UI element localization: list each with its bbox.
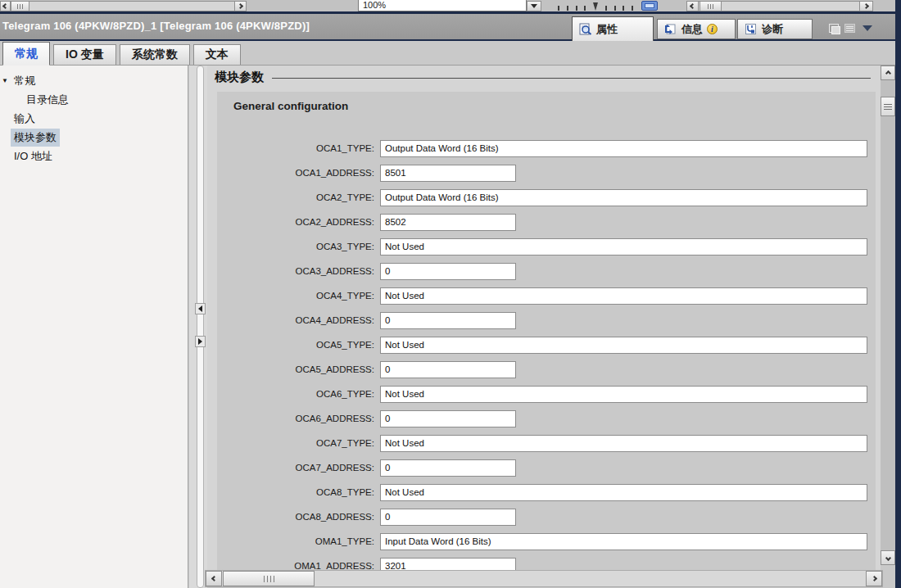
parameter-value-input[interactable] [380,238,867,256]
parameter-value-input[interactable] [380,214,516,231]
parameter-label: OCA8_TYPE: [217,487,380,497]
info-badge-icon: i [707,24,718,34]
scroll-down-button[interactable] [881,550,895,565]
tab-io-tags[interactable]: IO 变量 [53,44,116,65]
parameter-label: OCA8_ADDRESS: [217,512,380,522]
parameter-value-input[interactable] [380,533,867,550]
parameter-label: OCA3_TYPE: [217,242,380,251]
tab-general[interactable]: 常规 [2,42,50,66]
parameter-value-input[interactable] [380,361,516,378]
chevron-down-icon [885,554,890,560]
parameter-label: OCA1_ADDRESS: [217,168,380,178]
parameter-value-input[interactable] [380,165,516,182]
hscrollbar-thumb[interactable] [11,1,29,11]
parameter-value-input[interactable] [380,435,867,452]
editor-hscrollbar-track[interactable] [0,1,246,11]
scroll-right-button-2[interactable] [859,1,873,11]
parameter-row: OCA4_TYPE: [217,283,876,308]
tree-expand-arrow-icon[interactable]: ▼ [2,77,8,84]
scroll-left-button[interactable] [0,1,11,11]
parameter-value-input[interactable] [380,386,867,403]
tab-system-constants[interactable]: 系统常数 [120,44,190,65]
splitter-handle[interactable] [197,66,204,588]
parameter-value-input[interactable] [380,459,516,477]
parameter-value-input[interactable] [380,140,867,157]
triangle-right-icon [198,338,202,345]
tree-item[interactable]: ▼ 目录信息 [0,90,188,109]
parameter-value-input[interactable] [380,337,867,354]
parameter-row: OCA8_ADDRESS: [217,504,876,529]
panel-heading: 模块参数 [215,70,264,85]
parameter-row: OCA6_TYPE: [217,382,876,406]
collapse-pane-chevron-icon[interactable] [863,25,872,31]
chevron-left-icon [2,3,8,9]
tab-texts[interactable]: 文本 [193,44,241,65]
zoom-level-combobox[interactable]: 100% [358,0,527,11]
parameter-row: OCA4_ADDRESS: [217,308,876,332]
parameter-row: OCA5_TYPE: [217,332,876,357]
chevron-right-icon [871,576,876,581]
parameter-row: OCA2_TYPE: [217,185,876,210]
panel-vscrollbar[interactable] [881,66,895,565]
parameter-row: OCA2_ADDRESS: [217,210,876,234]
vscrollbar-thumb[interactable] [881,97,895,116]
collapse-left-button[interactable] [195,303,206,314]
zoom-slider[interactable] [558,2,633,11]
hscrollbar-thumb[interactable] [223,571,315,586]
parameter-row: OCA6_ADDRESS: [217,406,876,431]
category-tabstrip: 常规 IO 变量 系统常数 文本 [0,41,895,66]
chevron-right-icon [863,3,869,9]
parameter-label: OCA3_ADDRESS: [217,266,380,276]
parameter-row: OCA5_ADDRESS: [217,357,876,382]
tree-item[interactable]: ▼ I/O 地址 [0,147,188,165]
hscrollbar2-thumb[interactable] [700,1,722,11]
chevron-down-icon [531,4,537,8]
parameter-value-input[interactable] [380,263,516,280]
parameter-label: OCA2_TYPE: [217,192,380,202]
chevron-right-icon [238,3,243,9]
tab-info-label: 信息 [681,22,703,37]
pane-splitter[interactable] [189,66,207,588]
zoom-dropdown-button[interactable] [527,1,541,11]
scroll-right-button[interactable] [866,571,882,586]
chevron-left-icon [690,3,695,9]
parameter-row: OCA1_ADDRESS: [217,161,876,185]
inspector-titlebar: Telegram 106 (4PKW/8PZD)_1 [Telegram 106… [0,14,895,39]
parameter-value-input[interactable] [380,410,516,427]
collapse-right-button[interactable] [195,336,206,347]
parameter-value-input[interactable] [380,484,867,501]
float-window-icon[interactable] [829,24,839,33]
parameter-value-input[interactable] [380,189,867,206]
parameter-value-input[interactable] [380,287,867,305]
panel-hscrollbar[interactable] [205,570,883,587]
general-configuration-section: General configuration OCA1_TYPE: OCA1_AD… [217,92,876,570]
tree-item[interactable]: ▼ 模块参数 [0,128,188,147]
parameter-row: OCA7_ADDRESS: [217,455,876,480]
properties-inspector-window: 100% Telegram 106 (4PKW/8PZD)_1 [Telegra… [0,0,901,588]
chevron-left-icon [211,576,216,581]
parameter-value-input[interactable] [380,312,516,329]
tab-info[interactable]: 信息 i [657,19,736,39]
fit-to-view-icon[interactable] [641,1,658,11]
tab-properties[interactable]: 属性 [572,16,654,41]
properties-magnifier-icon [579,23,592,35]
zoom-slider-handle[interactable] [593,2,598,11]
parameter-rows: OCA1_TYPE: OCA1_ADDRESS: OCA2_TYPE: [217,136,876,570]
scroll-left-button-2[interactable] [686,1,699,11]
tree-item[interactable]: ▼ 常规 [0,71,188,90]
parameter-label: OCA4_TYPE: [217,291,380,301]
scroll-up-button[interactable] [881,66,895,80]
scroll-right-button[interactable] [234,1,247,11]
tab-diagnostics-label: 诊断 [762,22,783,37]
parameter-label: OCA7_ADDRESS: [217,463,380,473]
tab-diagnostics[interactable]: 诊断 [737,19,813,39]
parameter-value-input[interactable] [380,509,516,526]
inspector-title: Telegram 106 (4PKW/8PZD)_1 [Telegram 106… [2,20,310,32]
dock-list-icon[interactable] [844,24,855,33]
scroll-left-button[interactable] [206,571,222,586]
tree-item[interactable]: ▼ 输入 [0,109,188,128]
editor-toolbar: 100% [0,0,901,11]
parameter-value-input[interactable] [380,558,516,571]
property-navigation-tree: ▼ 常规 ▼ 目录信息 ▼ 输入 ▼ 模块参数 ▼ I/O 地址 [0,66,188,588]
parameter-label: OCA5_TYPE: [217,340,380,350]
